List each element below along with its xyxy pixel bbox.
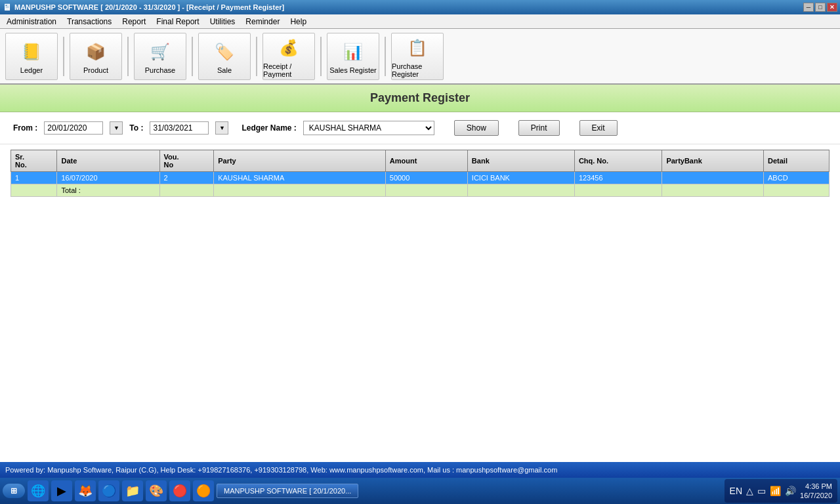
taskbar-icon-orange[interactable]: 🟠 (193, 480, 214, 501)
toolbar-label-receipt-payment: Receipt / Payment (263, 62, 314, 78)
toolbar-separator-5 (385, 37, 386, 76)
total-cell-party (214, 184, 386, 197)
exit-button[interactable]: Exit (579, 120, 618, 136)
total-cell-amount (385, 184, 467, 197)
taskbar-icon-folder[interactable]: 📁 (122, 480, 143, 501)
taskbar-icon-chrome[interactable]: 🔵 (98, 480, 119, 501)
menu-item-utilities[interactable]: Utilities (205, 16, 241, 28)
toolbar: 📒Ledger📦Product🛒Purchase🏷️Sale💰Receipt /… (0, 29, 840, 85)
minimize-button[interactable]: ─ (803, 3, 814, 12)
menu-item-report[interactable]: Report (117, 16, 151, 28)
table-header-row: Sr.No. Date Vou.No Party Amount Bank Chq… (11, 150, 830, 172)
menu-item-help[interactable]: Help (285, 16, 312, 28)
taskbar-icon-ie[interactable]: 🌐 (28, 480, 49, 501)
toolbar-icon-sales-register: 📊 (340, 39, 366, 65)
show-button[interactable]: Show (454, 120, 499, 136)
col-header-vou: Vou.No (159, 150, 214, 172)
from-date-input[interactable] (44, 121, 103, 135)
menu-item-final-report[interactable]: Final Report (151, 16, 204, 28)
cell-detail-0: ABCD (764, 172, 830, 184)
toolbar-icon-product: 📦 (83, 39, 109, 65)
to-date-picker-button[interactable]: ▼ (215, 121, 228, 135)
toolbar-label-sale: Sale (217, 66, 232, 74)
main-content: Payment Register From : ▼ To : ▼ Ledger … (0, 85, 840, 462)
cell-date-0: 16/07/2020 (57, 172, 159, 184)
taskbar-icon-firefox[interactable]: 🦊 (75, 480, 96, 501)
toolbar-label-sales-register: Sales Register (329, 66, 377, 74)
page-title: Payment Register (370, 91, 470, 104)
title-bar-left: 🖥 MANPUSHP SOFTWARE [ 20/1/2020 - 31/3/2… (3, 2, 284, 12)
start-button[interactable]: ⊞ (3, 484, 25, 498)
active-window-button[interactable]: MANPUSHP SOFTWARE [ 20/1/2020... (217, 484, 358, 498)
active-window-label: MANPUSHP SOFTWARE [ 20/1/2020... (224, 487, 351, 495)
clock-display: 4:36 PM 16/7/2020 (800, 482, 832, 501)
taskbar-icon-media[interactable]: ▶ (51, 480, 72, 501)
toolbar-btn-receipt-payment[interactable]: 💰Receipt / Payment (262, 33, 315, 80)
monitor-icon[interactable]: ▭ (757, 486, 766, 496)
total-cell-detail (764, 184, 830, 197)
toolbar-icon-sale: 🏷️ (211, 39, 238, 65)
status-bar: Powered by: Manpushp Software, Raipur (C… (0, 462, 840, 478)
close-button[interactable]: ✕ (827, 3, 837, 12)
from-label: From : (13, 123, 37, 133)
ledger-name-label: Ledger Name : (242, 123, 296, 133)
cell-chq-0: 123456 (574, 172, 662, 184)
col-header-chq: Chq. No. (574, 150, 662, 172)
taskbar: ⊞ 🌐 ▶ 🦊 🔵 📁 🎨 🔴 🟠 MANPUSHP SOFTWARE [ 20… (0, 478, 840, 504)
toolbar-btn-purchase-register[interactable]: 📋Purchase Register (391, 33, 444, 80)
status-text: Powered by: Manpushp Software, Raipur (C… (5, 466, 557, 474)
toolbar-label-ledger: Ledger (20, 66, 43, 74)
language-indicator: EN (730, 486, 742, 496)
toolbar-btn-sales-register[interactable]: 📊Sales Register (327, 33, 379, 80)
toolbar-separator-1 (127, 37, 129, 76)
menu-item-administration[interactable]: Administration (1, 16, 62, 28)
total-cell-bank (467, 184, 574, 197)
menu-item-transactions[interactable]: Transactions (62, 16, 117, 28)
toolbar-label-purchase-register: Purchase Register (392, 62, 443, 78)
page-header: Payment Register (0, 85, 840, 112)
toolbar-separator-4 (320, 37, 322, 76)
notification-icon[interactable]: △ (746, 486, 753, 496)
volume-icon[interactable]: 🔊 (785, 486, 796, 496)
taskbar-icon-paint[interactable]: 🎨 (146, 480, 167, 501)
payment-register-table: Sr.No. Date Vou.No Party Amount Bank Chq… (10, 150, 830, 197)
col-header-party: Party (214, 150, 386, 172)
taskbar-icon-red[interactable]: 🔴 (169, 480, 190, 501)
toolbar-label-purchase: Purchase (145, 66, 175, 74)
filter-row: From : ▼ To : ▼ Ledger Name : KAUSHAL SH… (0, 112, 840, 144)
total-cell-date: Total : (57, 184, 159, 197)
toolbar-icon-ledger: 📒 (18, 39, 45, 65)
clock-time: 4:36 PM (800, 482, 832, 491)
clock-date: 16/7/2020 (800, 491, 832, 500)
toolbar-btn-ledger[interactable]: 📒Ledger (5, 33, 58, 80)
cell-vou-0: 2 (159, 172, 214, 184)
toolbar-separator-3 (256, 37, 257, 76)
cell-party-0: KAUSHAL SHARMA (214, 172, 386, 184)
toolbar-separator-2 (192, 37, 193, 76)
cell-amount-0: 50000 (385, 172, 467, 184)
total-cell-vou (159, 184, 214, 197)
network-icon[interactable]: 📶 (770, 486, 781, 496)
col-header-amount: Amount (385, 150, 467, 172)
menu-item-reminder[interactable]: Reminder (240, 16, 285, 28)
toolbar-btn-product[interactable]: 📦Product (70, 33, 122, 80)
print-button[interactable]: Print (518, 120, 560, 136)
toolbar-btn-sale[interactable]: 🏷️Sale (198, 33, 251, 80)
menu-bar: AdministrationTransactionsReportFinal Re… (0, 14, 840, 29)
ledger-name-select[interactable]: KAUSHAL SHARMA (303, 121, 434, 135)
title-bar-text: MANPUSHP SOFTWARE [ 20/1/2020 - 31/3/202… (14, 3, 284, 11)
windows-icon: ⊞ (10, 486, 17, 495)
toolbar-separator-0 (63, 37, 64, 76)
col-header-bank: Bank (467, 150, 574, 172)
cell-sr-0: 1 (11, 172, 57, 184)
col-header-date: Date (57, 150, 159, 172)
total-cell-chq (574, 184, 662, 197)
to-date-input[interactable] (150, 121, 209, 135)
col-header-partybank: PartyBank (662, 150, 764, 172)
toolbar-btn-purchase[interactable]: 🛒Purchase (134, 33, 186, 80)
table-total-row: Total : (11, 184, 830, 197)
from-date-picker-button[interactable]: ▼ (110, 121, 123, 135)
total-cell-partybank (662, 184, 764, 197)
table-row[interactable]: 116/07/20202KAUSHAL SHARMA50000ICICI BAN… (11, 172, 830, 184)
maximize-button[interactable]: □ (815, 3, 826, 12)
